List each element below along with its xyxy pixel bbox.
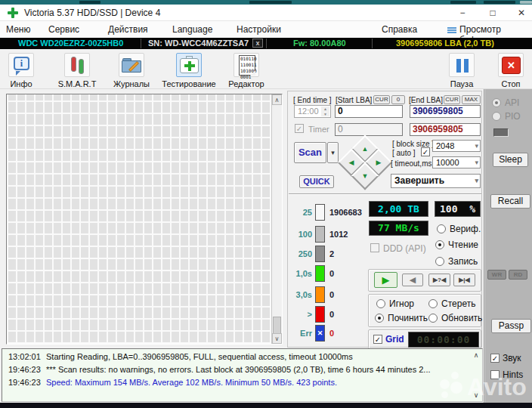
stop-button-label: Стоп [484, 79, 532, 88]
maximize-button[interactable]: □ [481, 5, 505, 21]
device-firmware: Fw: 80.00A80 [293, 39, 346, 48]
sleep-button[interactable]: Sleep [493, 153, 528, 167]
start-play-button[interactable]: ▶ [374, 272, 397, 288]
repair-radio[interactable] [375, 314, 384, 323]
minimize-button[interactable]: − [450, 5, 475, 21]
verify-radio[interactable] [437, 224, 446, 233]
recall-button[interactable]: Recall [490, 194, 530, 209]
grid-scrollbar[interactable]: ∧ ∨ [271, 94, 282, 344]
device-model: WDC WD20EZRZ-00Z5HB0 [18, 39, 123, 48]
histogram-row: Err ✕ 0 [289, 325, 365, 343]
timer-checkbox[interactable]: ✓ [295, 124, 304, 133]
device-serial: SN: WD-WCC4M6ZZTSA7 [148, 39, 249, 48]
divider [266, 39, 267, 48]
on-end-action-dropdown[interactable]: Завершить ▾ [391, 174, 481, 188]
close-button[interactable]: ✕ [509, 5, 532, 21]
seek-end-button[interactable]: ▶|◀ [453, 274, 475, 286]
hints-checkbox[interactable] [490, 370, 500, 379]
histogram-row: > 0 [289, 306, 365, 324]
grid-checkbox[interactable]: ✓ [373, 335, 382, 344]
wr-button[interactable]: WR [487, 270, 506, 280]
surface-scan-grid: ∧ ∨ [6, 94, 283, 345]
repair-label: Починить [388, 313, 428, 323]
scan-button[interactable]: Scan [294, 142, 326, 163]
end-time-spinner[interactable]: 12:00 ▲▼ [294, 105, 331, 118]
log-scroll-up-arrow[interactable]: ∧ [472, 351, 481, 359]
hints-label: Hints [503, 369, 523, 380]
divider [372, 39, 373, 48]
menu-item-menu[interactable]: Меню [6, 24, 30, 35]
spinner-arrows-icon[interactable]: ▲▼ [321, 107, 329, 116]
pio-radio[interactable] [492, 112, 501, 121]
stop-icon: ✕ [498, 53, 524, 77]
info-button-label: Инфо [0, 79, 48, 88]
rd-button[interactable]: RD [509, 270, 527, 280]
stop-button[interactable]: ✕ Стоп [484, 53, 532, 88]
seek-error-button[interactable]: ▶?◀ [428, 274, 450, 286]
read-radio[interactable] [435, 240, 444, 249]
menu-item-service[interactable]: Сервис [48, 24, 79, 35]
playback-group: ▶ ◀ ▶?◀ ▶|◀ [368, 269, 481, 292]
refresh-radio[interactable] [428, 314, 438, 323]
ignore-label: Игнор [389, 298, 414, 309]
api-radio[interactable] [492, 98, 501, 107]
rewind-button[interactable]: ◀ [402, 274, 423, 286]
activity-led [493, 128, 509, 137]
pause-button[interactable]: Пауза [435, 53, 489, 88]
ddd-api-checkbox[interactable] [370, 243, 379, 252]
write-radio[interactable] [435, 257, 444, 266]
device-close-button[interactable]: x [252, 39, 263, 48]
chevron-down-icon: ▾ [475, 175, 478, 187]
erase-radio[interactable] [428, 299, 438, 308]
start-lba-zero-button[interactable]: 0 [391, 95, 405, 104]
end-lba-input[interactable]: 3906959805 [410, 105, 481, 118]
window-title: Victoria 5.37 HDD/SSD | Device 4 [24, 8, 160, 18]
device-info-bar: WDC WD20EZRZ-00Z5HB0 SN: WD-WCC4M6ZZTSA7… [0, 38, 532, 49]
start-lba-input[interactable]: 0 [335, 105, 403, 118]
menu-item-language[interactable]: Language [172, 24, 212, 35]
end-lba-cur-button[interactable]: CUR [444, 95, 460, 104]
capacity-lcd: 2,00 TB [369, 201, 428, 217]
sound-label: Звук [503, 353, 521, 363]
menu-bar: Меню Сервис Действия Language Настройки … [0, 21, 532, 38]
device-capacity-lba: 3906959806 LBA (2,0 TB) [396, 39, 494, 48]
background-text-fragment [450, 1, 476, 4]
pio-label: PIO [505, 111, 521, 122]
divider [289, 193, 481, 195]
journals-button[interactable]: Журналы [104, 53, 159, 88]
quick-button[interactable]: QUICK [299, 175, 334, 188]
menu-item-help[interactable]: Справка [382, 24, 417, 35]
scroll-down-arrow[interactable]: ∨ [272, 333, 282, 344]
menu-item-settings[interactable]: Настройки [237, 24, 281, 35]
smart-button[interactable]: S.M.A.R.T [50, 53, 104, 88]
current-end-lba-field: 3906959805 [410, 123, 481, 136]
ignore-radio[interactable] [376, 299, 385, 308]
smart-icon [64, 53, 90, 77]
histogram-row: 100 1012 [289, 226, 365, 244]
passp-button[interactable]: Passp [491, 319, 531, 333]
sound-checkbox[interactable]: ✓ [490, 354, 500, 363]
log-scroll-down-arrow[interactable]: ∨ [472, 391, 481, 399]
histogram-row: 25 1906683 [289, 204, 365, 222]
pause-icon [449, 53, 475, 77]
defect-action-group: Игнор Стереть Починить Обновить [368, 294, 481, 327]
background-highlight [520, 1, 532, 4]
timeout-label: [ timeout,ms ] [391, 159, 436, 168]
scroll-up-arrow[interactable]: ∧ [272, 94, 282, 105]
editor-button[interactable]: 010110 110011 101000 0001 Редактор [219, 53, 274, 88]
navigation-pad: ▲ ◀ ▶ ▼ [342, 139, 388, 186]
auto-checkbox[interactable]: ✓ [421, 147, 430, 156]
api-label: API [505, 97, 519, 108]
block-size-dropdown[interactable]: 2048 ▾ [432, 140, 481, 152]
menu-item-actions[interactable]: Действия [108, 24, 148, 35]
end-lba-max-button[interactable]: MAX [462, 95, 481, 104]
testing-button[interactable]: Тестирование [162, 53, 216, 88]
folder-pencil-icon [119, 53, 144, 77]
verify-label: Вериф. [450, 224, 481, 234]
scan-dropdown-button[interactable]: ▾ [327, 142, 339, 163]
timeout-dropdown[interactable]: 10000 ▾ [432, 156, 481, 168]
info-button[interactable]: i Инфо [0, 53, 48, 88]
start-lba-cur-button[interactable]: CUR [373, 95, 390, 104]
binary-document-icon: 010110 110011 101000 0001 [234, 53, 259, 77]
block-1s-swatch [315, 265, 325, 282]
